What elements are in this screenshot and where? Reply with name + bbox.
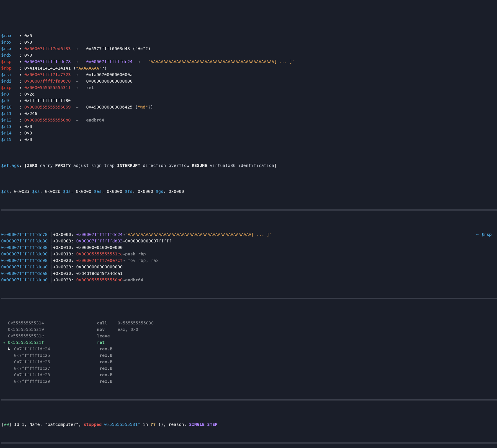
section-divider (1, 442, 497, 444)
register-name: $rbp (1, 65, 19, 71)
register-row: $r15 : 0×0 (1, 136, 497, 143)
register-row: $rdi : 0×00007ffff7fa9670 → 0×0000000000… (1, 78, 497, 84)
disasm-row: 0×7fffffffdc25rex.B (1, 352, 497, 359)
register-name: $r13 (1, 123, 19, 130)
register-name: $r11 (1, 110, 19, 117)
register-name: $r8 (1, 91, 19, 97)
register-panel: $rax : 0×0$rbx : 0×0$rcx : 0×00007ffff7e… (1, 32, 497, 143)
register-row: $r10 : 0×0000555555556069 → 0×4900000000… (1, 104, 497, 110)
register-row: $rbx : 0×0 (1, 39, 497, 45)
register-row: $r14 : 0×0 (1, 130, 497, 136)
register-row: $rip : 0×000055555555531f → ret (1, 84, 497, 91)
register-name: $rbx (1, 39, 19, 45)
section-divider (1, 399, 497, 401)
register-name: $r15 (1, 136, 19, 143)
segment-registers: $cs: 0×0033 $ss: 0×002b $ds: 0×0000 $es:… (1, 188, 497, 195)
stack-row: 0×00007fffffffdc88│+0×0010: 0×0000000100… (1, 244, 497, 251)
rsp-marker: ← $rsp (476, 231, 497, 238)
disasm-row: 0×7fffffffdc26rex.B (1, 359, 497, 365)
stack-row: 0×00007fffffffdc90│+0×0018: 0×0000555555… (1, 251, 497, 257)
stack-row: 0×00007fffffffdca0│+0×0028: 0×0000000000… (1, 264, 497, 270)
section-divider (1, 209, 497, 211)
disasm-row: 0×7fffffffdc28rex.B (1, 372, 497, 378)
register-row: $r12 : 0×00005555555550b0 → endbr64 (1, 117, 497, 123)
stack-row: 0×00007fffffffdc98│+0×0020: 0×00007ffff7… (1, 257, 497, 264)
disasm-row: 0×555555555314call0×555555555030 (1, 320, 497, 326)
register-row: $rsp : 0×00007fffffffdc78 → 0×00007fffff… (1, 58, 497, 65)
stack-panel: 0×00007fffffffdc78│+0×0000: 0×00007fffff… (1, 231, 497, 283)
thread-info: [#0] Id 1, Name: "batcomputer", stopped … (1, 421, 497, 428)
disassembly-panel: 0×555555555314call0×555555555030 0×55555… (1, 320, 497, 385)
register-name: $r9 (1, 97, 19, 104)
register-name: $rsp (1, 58, 19, 65)
register-row: $rsi : 0×00007ffff7fa7723 → 0×fa96700000… (1, 71, 497, 78)
disasm-row: 0×7fffffffdc29rex.B (1, 378, 497, 385)
register-row: $rdx : 0×0 (1, 52, 497, 58)
stack-row: 0×00007fffffffdc78│+0×0000: 0×00007fffff… (1, 231, 497, 238)
stack-row: 0×00007fffffffdca8│+0×0030: 0×d4df8dd49f… (1, 270, 497, 277)
stack-row: 0×00007fffffffdc80│+0×0008: 0×00007fffff… (1, 238, 497, 244)
disasm-row: 0×555555555319moveax, 0×0 (1, 326, 497, 333)
register-name: $rdi (1, 78, 19, 84)
register-name: $rdx (1, 52, 19, 58)
register-row: $r8 : 0×2e (1, 91, 497, 97)
disasm-row: → 0×55555555531fret (1, 339, 497, 346)
stack-row: 0×00007fffffffdcb0│+0×0038: 0×0000555555… (1, 277, 497, 283)
register-name: $rcx (1, 45, 19, 52)
register-row: $r11 : 0×246 (1, 110, 497, 117)
eflags-line: $eflags: [ZERO carry PARITY adjust sign … (1, 162, 497, 169)
register-name: $r12 (1, 117, 19, 123)
section-divider (1, 298, 497, 299)
register-row: $rcx : 0×00007ffff7ed6f33 → 0×5577ffff00… (1, 45, 497, 52)
register-name: $rax (1, 32, 19, 39)
disasm-row: 0×7fffffffdc27rex.B (1, 365, 497, 372)
register-name: $rip (1, 84, 19, 91)
register-name: $rsi (1, 71, 19, 78)
disasm-row: ↳ 0×7fffffffdc24rex.B (1, 346, 497, 352)
register-name: $r10 (1, 104, 19, 110)
register-row: $r9 : 0×ffffffffffffff80 (1, 97, 497, 104)
register-row: $r13 : 0×0 (1, 123, 497, 130)
register-row: $rax : 0×0 (1, 32, 497, 39)
disasm-row: 0×55555555531eleave (1, 333, 497, 339)
register-name: $r14 (1, 130, 19, 136)
register-row: $rbp : 0×4141414141414141 ("AAAAAAAA"?) (1, 65, 497, 71)
